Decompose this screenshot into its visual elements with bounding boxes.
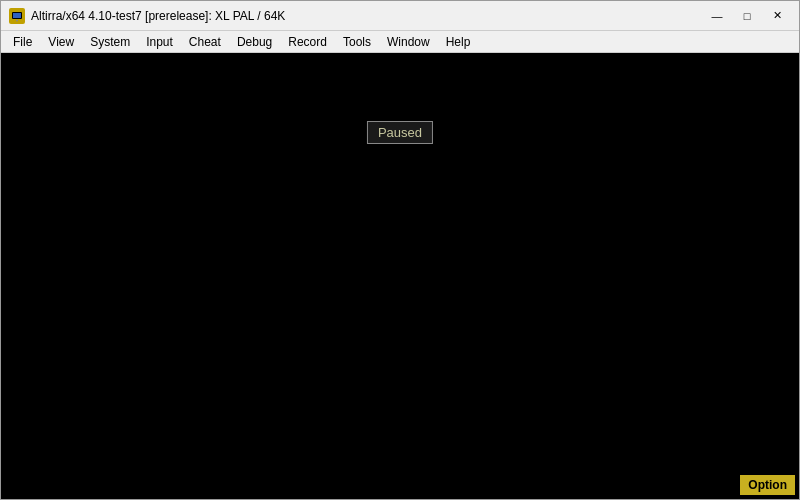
emulator-screen[interactable]: Paused Option [1,53,799,499]
menu-tools[interactable]: Tools [335,33,379,51]
title-bar: Altirra/x64 4.10-test7 [prerelease]: XL … [1,1,799,31]
menu-cheat[interactable]: Cheat [181,33,229,51]
app-icon [9,8,25,24]
menu-window[interactable]: Window [379,33,438,51]
title-bar-left: Altirra/x64 4.10-test7 [prerelease]: XL … [9,8,285,24]
window-title: Altirra/x64 4.10-test7 [prerelease]: XL … [31,9,285,23]
menu-system[interactable]: System [82,33,138,51]
main-window: Altirra/x64 4.10-test7 [prerelease]: XL … [0,0,800,500]
menu-file[interactable]: File [5,33,40,51]
menu-record[interactable]: Record [280,33,335,51]
title-bar-controls: — □ ✕ [703,6,791,26]
svg-point-3 [16,19,18,21]
maximize-button[interactable]: □ [733,6,761,26]
menu-view[interactable]: View [40,33,82,51]
close-button[interactable]: ✕ [763,6,791,26]
option-badge[interactable]: Option [740,475,795,495]
menu-input[interactable]: Input [138,33,181,51]
minimize-button[interactable]: — [703,6,731,26]
menu-help[interactable]: Help [438,33,479,51]
menu-bar: File View System Input Cheat Debug Recor… [1,31,799,53]
svg-rect-2 [13,13,21,18]
paused-label: Paused [367,121,433,144]
menu-debug[interactable]: Debug [229,33,280,51]
